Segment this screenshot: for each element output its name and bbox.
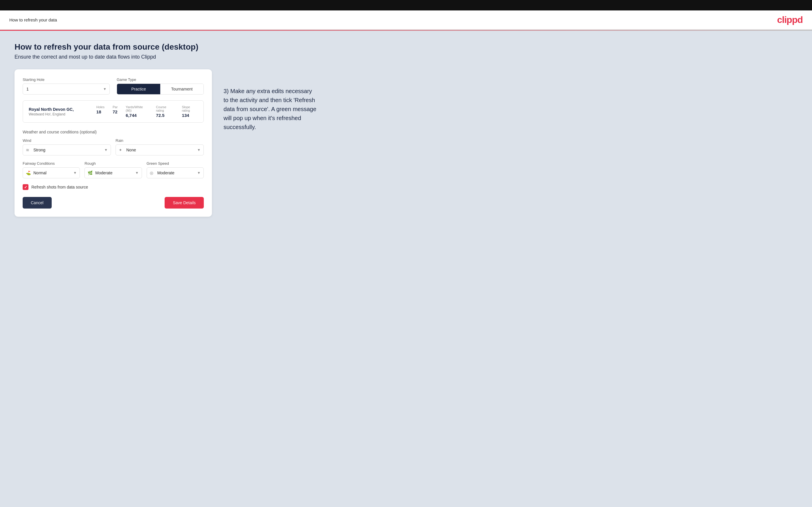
par-stat: Par 72 bbox=[113, 105, 117, 118]
fairway-chevron-icon: ▼ bbox=[73, 171, 77, 175]
rain-select[interactable]: ✦ None ▼ bbox=[115, 145, 204, 156]
rain-icon: ✦ bbox=[119, 148, 122, 152]
starting-hole-chevron-icon: ▼ bbox=[103, 87, 107, 91]
course-info-box: Royal North Devon GC, Westward Ho!, Engl… bbox=[22, 100, 204, 123]
rain-chevron-icon: ▼ bbox=[197, 148, 201, 152]
refresh-checkbox[interactable] bbox=[22, 184, 29, 190]
rough-label: Rough bbox=[85, 161, 142, 166]
course-name-block: Royal North Devon GC, Westward Ho!, Engl… bbox=[29, 107, 96, 116]
holes-value: 18 bbox=[96, 109, 101, 114]
page-breadcrumb: How to refresh your data bbox=[9, 17, 57, 22]
fairway-group: Fairway Conditions ⛳ Normal ▼ bbox=[22, 161, 80, 178]
starting-hole-group: Starting Hole 1 ▼ bbox=[22, 77, 110, 95]
cancel-button[interactable]: Cancel bbox=[22, 197, 52, 209]
sidebar-description: 3) Make any extra edits necessary to the… bbox=[223, 87, 316, 132]
starting-hole-value: 1 bbox=[27, 87, 29, 91]
rough-group: Rough 🌿 Moderate ▼ bbox=[85, 161, 142, 178]
page-heading: How to refresh your data from source (de… bbox=[14, 42, 798, 52]
refresh-checkbox-row[interactable]: Refresh shots from data source bbox=[22, 184, 204, 190]
fairway-label: Fairway Conditions bbox=[22, 161, 80, 166]
course-name: Royal North Devon GC, bbox=[29, 107, 96, 112]
game-type-label: Game Type bbox=[117, 77, 204, 82]
green-speed-chevron-icon: ▼ bbox=[197, 171, 201, 175]
wind-rain-row: Wind ≋ Strong ▼ Rain ✦ None ▼ bbox=[22, 138, 204, 156]
par-value: 72 bbox=[113, 109, 117, 114]
page-subheading: Ensure the correct and most up to date d… bbox=[14, 54, 798, 60]
fairway-value: Normal bbox=[33, 171, 46, 175]
course-rating-stat: Course rating 72.5 bbox=[156, 105, 173, 118]
green-speed-label: Green Speed bbox=[147, 161, 204, 166]
save-details-button[interactable]: Save Details bbox=[165, 197, 204, 209]
course-rating-label: Course rating bbox=[156, 105, 173, 112]
wind-chevron-icon: ▼ bbox=[104, 148, 108, 152]
course-stats: Holes 18 Par 72 Yards/White (M)) 6,744 C… bbox=[96, 105, 198, 118]
rain-label: Rain bbox=[115, 138, 204, 143]
par-label: Par bbox=[113, 105, 117, 109]
wind-label: Wind bbox=[22, 138, 111, 143]
green-speed-icon: ◎ bbox=[150, 171, 153, 175]
green-speed-select[interactable]: ◎ Moderate ▼ bbox=[147, 167, 204, 178]
slope-rating-value: 134 bbox=[182, 113, 189, 118]
game-type-toggle: Practice Tournament bbox=[117, 83, 204, 95]
practice-button[interactable]: Practice bbox=[117, 84, 160, 94]
green-speed-value: Moderate bbox=[157, 171, 174, 175]
wind-icon: ≋ bbox=[26, 148, 29, 152]
yards-stat: Yards/White (M)) 6,744 bbox=[126, 105, 148, 118]
holes-label: Holes bbox=[96, 105, 104, 109]
course-location: Westward Ho!, England bbox=[29, 112, 96, 116]
starting-hole-label: Starting Hole bbox=[22, 77, 110, 82]
tournament-button[interactable]: Tournament bbox=[160, 84, 204, 94]
fairway-icon: ⛳ bbox=[26, 171, 31, 175]
yards-value: 6,744 bbox=[126, 113, 137, 118]
form-buttons: Cancel Save Details bbox=[22, 197, 204, 209]
rough-select[interactable]: 🌿 Moderate ▼ bbox=[85, 167, 142, 178]
green-speed-group: Green Speed ◎ Moderate ▼ bbox=[147, 161, 204, 178]
fairway-select[interactable]: ⛳ Normal ▼ bbox=[22, 167, 80, 178]
starting-hole-select[interactable]: 1 ▼ bbox=[22, 83, 110, 95]
rough-value: Moderate bbox=[95, 171, 112, 175]
game-type-group: Game Type Practice Tournament bbox=[117, 77, 204, 95]
holes-stat: Holes 18 bbox=[96, 105, 104, 118]
form-card: Starting Hole 1 ▼ Game Type Practice Tou… bbox=[14, 69, 212, 217]
wind-select[interactable]: ≋ Strong ▼ bbox=[22, 145, 111, 156]
rough-chevron-icon: ▼ bbox=[135, 171, 139, 175]
rain-group: Rain ✦ None ▼ bbox=[115, 138, 204, 156]
course-rating-value: 72.5 bbox=[156, 113, 164, 118]
conditions-heading: Weather and course conditions (optional) bbox=[22, 130, 204, 134]
fairway-rough-green-row: Fairway Conditions ⛳ Normal ▼ Rough 🌿 Mo… bbox=[22, 161, 204, 178]
wind-group: Wind ≋ Strong ▼ bbox=[22, 138, 111, 156]
logo: clippd bbox=[777, 14, 803, 25]
slope-rating-label: Slope rating bbox=[182, 105, 198, 112]
wind-value: Strong bbox=[33, 148, 45, 152]
yards-label: Yards/White (M)) bbox=[126, 105, 148, 112]
refresh-checkbox-label: Refresh shots from data source bbox=[31, 185, 88, 189]
rough-icon: 🌿 bbox=[88, 171, 93, 175]
footer: Copyright Clippd 2022 bbox=[0, 503, 812, 507]
rain-value: None bbox=[126, 148, 136, 152]
sidebar-description-block: 3) Make any extra edits necessary to the… bbox=[223, 69, 316, 132]
slope-rating-stat: Slope rating 134 bbox=[182, 105, 198, 118]
